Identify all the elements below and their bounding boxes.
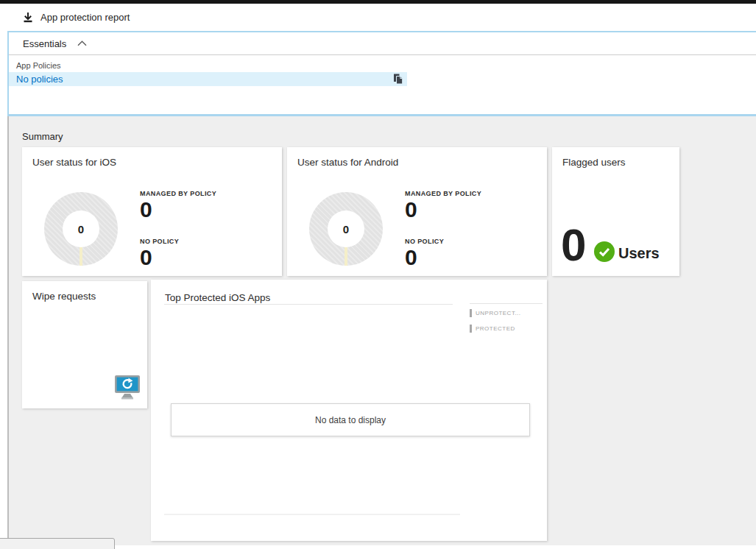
- ios-card-title: User status for iOS: [32, 157, 116, 168]
- ios-nopolicy-label: NO POLICY: [140, 238, 179, 245]
- no-data-message-box: No data to display: [171, 403, 530, 436]
- topapps-title-rule: [164, 304, 453, 305]
- topapps-bottom-rule: [164, 514, 460, 515]
- top-protected-ios-apps-card: Top Protected iOS Apps UNPROTECT... PROT…: [151, 280, 547, 541]
- flagged-card-title: Flagged users: [562, 157, 626, 168]
- device-refresh-icon: [114, 375, 141, 400]
- download-icon: [22, 12, 34, 24]
- essentials-body: App Policies No policies: [9, 55, 756, 86]
- toolbar-title: App protection report: [40, 12, 130, 23]
- flagged-users-count: 0: [561, 222, 586, 268]
- user-status-ios-card[interactable]: User status for iOS 0 MANAGED BY POLICY …: [22, 147, 282, 276]
- chevron-up-icon: [77, 40, 87, 46]
- android-donut-total: 0: [328, 210, 364, 247]
- legend-item-protected: PROTECTED: [470, 325, 515, 333]
- android-card-title: User status for Android: [297, 157, 398, 168]
- topapps-card-title: Top Protected iOS Apps: [165, 292, 270, 303]
- android-nopolicy-value: 0: [405, 247, 417, 269]
- legend-swatch-protected: [470, 325, 472, 333]
- legend-label-protected: PROTECTED: [476, 325, 515, 332]
- topapps-legend-rule: [470, 303, 543, 304]
- no-data-message: No data to display: [315, 415, 386, 425]
- ios-donut-chart: 0: [44, 192, 118, 266]
- toolbar: App protection report: [0, 4, 756, 31]
- summary-section: Summary User status for iOS 0 MANAGED BY…: [7, 116, 756, 545]
- app-policies-row: No policies: [9, 72, 407, 86]
- download-report-button[interactable]: App protection report: [22, 12, 130, 24]
- app-policies-label: App Policies: [16, 61, 756, 70]
- ios-donut-tick: [80, 247, 82, 266]
- user-status-android-card[interactable]: User status for Android 0 MANAGED BY POL…: [287, 147, 547, 276]
- legend-swatch-unprotected: [470, 309, 472, 317]
- wipe-card-title: Wipe requests: [32, 291, 96, 302]
- app-policies-value-link[interactable]: No policies: [16, 74, 63, 85]
- ios-nopolicy-value: 0: [140, 247, 152, 269]
- essentials-panel: Essentials App Policies No policies: [7, 31, 756, 116]
- ios-managed-label: MANAGED BY POLICY: [140, 190, 216, 197]
- copy-icon[interactable]: [393, 74, 403, 85]
- summary-title: Summary: [22, 131, 63, 142]
- android-donut-tick: [345, 247, 347, 266]
- android-managed-value: 0: [405, 199, 417, 221]
- legend-item-unprotected: UNPROTECT...: [470, 309, 521, 317]
- app-protection-report-screen: App protection report Essentials App Pol…: [0, 0, 756, 549]
- essentials-title: Essentials: [23, 38, 66, 49]
- green-check-icon: [594, 241, 615, 262]
- android-managed-label: MANAGED BY POLICY: [405, 190, 481, 197]
- flagged-users-card[interactable]: Flagged users 0 Users: [552, 147, 679, 276]
- browser-status-bubble: [0, 538, 115, 549]
- legend-label-unprotected: UNPROTECT...: [476, 310, 521, 316]
- flagged-users-unit: Users: [618, 245, 660, 262]
- wipe-requests-card[interactable]: Wipe requests: [22, 281, 147, 408]
- android-nopolicy-label: NO POLICY: [405, 238, 444, 245]
- essentials-header[interactable]: Essentials: [9, 32, 756, 55]
- android-donut-chart: 0: [309, 192, 383, 266]
- ios-managed-value: 0: [140, 199, 152, 221]
- ios-donut-total: 0: [63, 210, 99, 247]
